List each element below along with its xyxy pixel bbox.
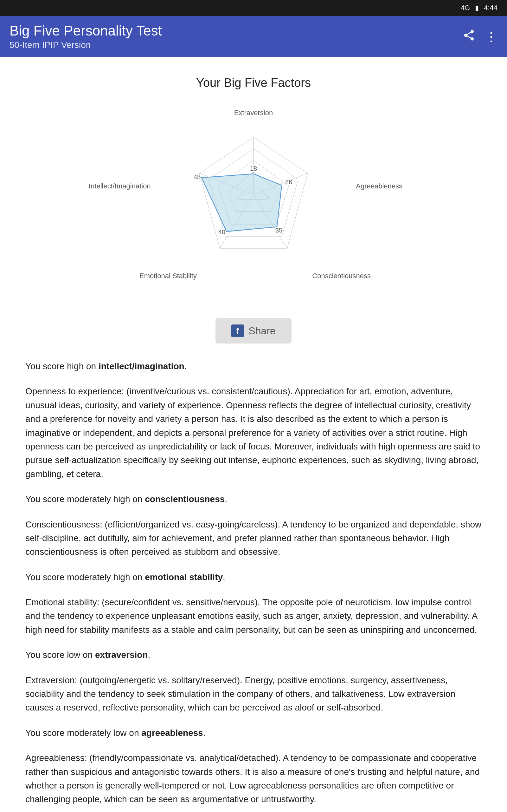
label-emotional-stability: Emotional Stability <box>139 272 197 280</box>
app-bar-left: Big Five Personality Test 50-Item IPIP V… <box>9 23 162 50</box>
status-bar: 4G ▮ 4:44 <box>0 0 507 16</box>
description-section: You score high on intellect/imagination.… <box>19 359 488 812</box>
app-bar: Big Five Personality Test 50-Item IPIP V… <box>0 16 507 57</box>
share-label: Share <box>248 325 275 337</box>
emotional-intro-text: You score moderately high on emotional s… <box>25 570 482 584</box>
facebook-icon: f <box>231 324 244 337</box>
signal-indicator: 4G <box>461 4 470 12</box>
app-subtitle: 50-Item IPIP Version <box>9 40 162 50</box>
radar-chart-container: Extraversion Agreeableness Conscientious… <box>19 102 488 299</box>
conscientiousness-intro-text: You score moderately high on conscientio… <box>25 492 482 506</box>
extraversion-intro-text: You score low on extraversion. <box>25 648 482 662</box>
facebook-share-button[interactable]: f Share <box>216 318 291 344</box>
svg-text:40: 40 <box>218 229 225 235</box>
chart-wrapper: Extraversion Agreeableness Conscientious… <box>143 109 364 293</box>
label-extraversion: Extraversion <box>234 109 273 117</box>
more-options-icon[interactable]: ⋮ <box>485 29 498 44</box>
extraversion-bold: extraversion <box>95 650 148 660</box>
data-polygon <box>202 174 282 232</box>
radar-svg: 18 26 35 40 48 <box>181 121 326 267</box>
conscientiousness-bold: conscientiousness <box>145 494 225 504</box>
extraversion-description: Extraversion: (outgoing/energetic vs. so… <box>25 673 482 715</box>
emotional-bold: emotional stability <box>145 572 223 582</box>
svg-text:26: 26 <box>285 179 292 186</box>
intellect-bold: intellect/imagination <box>99 361 184 371</box>
intellect-description: Openness to experience: (inventive/curio… <box>25 385 482 481</box>
agreeableness-intro-text: You score moderately low on agreeablenes… <box>25 726 482 740</box>
app-bar-actions: ⋮ <box>463 29 498 44</box>
chart-title: Your Big Five Factors <box>19 76 488 90</box>
main-content: Your Big Five Factors Extraversion Agree… <box>0 57 507 812</box>
share-button-container: f Share <box>19 318 488 344</box>
label-conscientiousness: Conscientiousness <box>312 272 371 280</box>
conscientiousness-description: Conscientiousness: (efficient/organized … <box>25 518 482 559</box>
agreeableness-bold: agreeableness <box>141 728 203 738</box>
share-icon[interactable] <box>463 29 475 44</box>
svg-text:48: 48 <box>193 173 201 181</box>
label-agreeableness: Agreeableness <box>356 182 402 190</box>
intellect-intro-text: You score high on intellect/imagination. <box>25 359 482 373</box>
svg-text:35: 35 <box>275 227 282 234</box>
agreeableness-description: Agreeableness: (friendly/compassionate v… <box>25 751 482 806</box>
emotional-description: Emotional stability: (secure/confident v… <box>25 595 482 637</box>
svg-text:18: 18 <box>250 165 257 172</box>
battery-indicator: ▮ <box>475 4 479 12</box>
clock: 4:44 <box>484 4 498 12</box>
label-intellect: Intellect/Imagination <box>89 182 151 190</box>
app-title: Big Five Personality Test <box>9 23 162 39</box>
